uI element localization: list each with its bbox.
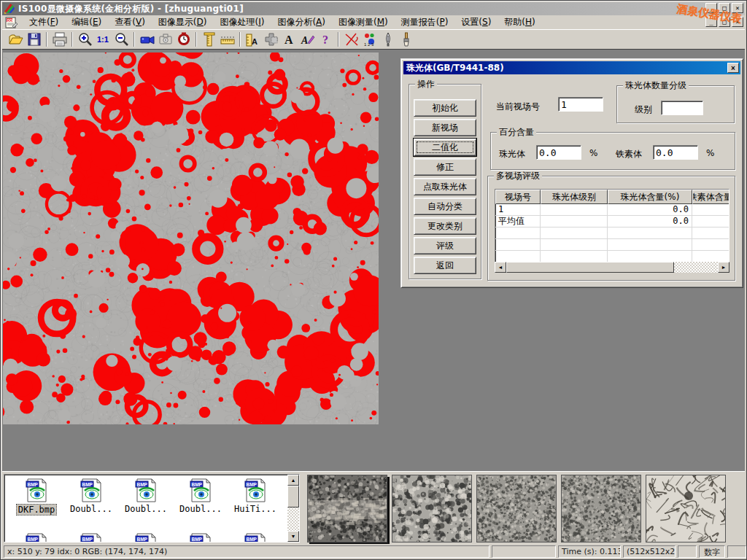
grade-input[interactable]	[661, 101, 703, 115]
file-item[interactable]: BMP	[174, 533, 227, 542]
file-item[interactable]: BMP	[120, 533, 172, 542]
mdi-restore-button[interactable]: □	[719, 17, 730, 27]
brush-icon[interactable]	[397, 31, 415, 48]
menu-image-measure[interactable]: 图像测量(M)	[332, 15, 395, 30]
thumbnail-5[interactable]	[646, 475, 726, 542]
mdi-close-button[interactable]: ×	[732, 17, 743, 27]
toolbar-separator	[71, 32, 73, 47]
close-button[interactable]: ×	[732, 3, 743, 13]
metallographic-image[interactable]	[3, 52, 379, 424]
col-field-number: 视场号	[495, 190, 541, 204]
file-item[interactable]: BMP	[229, 533, 282, 542]
svg-text:BMP: BMP	[191, 482, 202, 487]
menu-image-process[interactable]: 图像处理(I)	[213, 15, 271, 30]
scroll-up-icon[interactable]: ▲	[287, 475, 299, 486]
document-icon[interactable]: DOC	[5, 17, 18, 28]
table-row[interactable]	[495, 239, 729, 251]
ruler-icon[interactable]	[218, 31, 236, 48]
thumbnail-1[interactable]	[307, 475, 387, 542]
vscroll-thumb[interactable]	[287, 486, 299, 508]
toolbar: 1:1 A A A ? 1 2 3	[2, 29, 745, 49]
binarize-button[interactable]: 二值化	[414, 139, 476, 156]
menu-edit[interactable]: 编辑(E)	[65, 15, 108, 30]
thumbnail-2[interactable]	[392, 475, 472, 542]
file-item[interactable]: BMP Doubl...	[65, 478, 117, 514]
scroll-down-icon[interactable]: ▼	[287, 531, 299, 542]
pearlite-label: 珠光体	[499, 148, 525, 160]
file-item[interactable]: BMP	[65, 533, 117, 542]
minimize-button[interactable]: _	[705, 3, 717, 13]
menu-file[interactable]: 文件(F)	[23, 15, 65, 30]
thumbnail-3[interactable]	[476, 475, 557, 542]
video-camera-icon[interactable]	[138, 31, 156, 48]
table-row[interactable]	[495, 251, 729, 262]
grade-label: 级别	[635, 104, 652, 116]
auto-classify-button[interactable]: 自动分类	[414, 198, 476, 215]
restore-button[interactable]: □	[719, 3, 730, 13]
file-item[interactable]: BMP HuiTi...	[229, 478, 282, 514]
title-bar[interactable]: IS100显微摄像系统(金相分析版) - [zhuguangti01] _ □ …	[2, 2, 745, 15]
file-item[interactable]: BMP	[10, 533, 63, 542]
open-file-icon[interactable]	[7, 31, 25, 48]
pick-pearlite-button[interactable]: 点取珠光体	[414, 178, 476, 195]
photo-camera-icon[interactable]	[156, 31, 174, 48]
table-hscrollbar[interactable]: ◄ ►	[495, 262, 729, 273]
pearlite-dialog: 珠光体(GB/T9441-88) × 操作 初始化 新视场 二值化 修正 点取珠…	[400, 58, 743, 288]
file-name: HuiTi...	[233, 504, 278, 514]
ferrite-percent-input[interactable]	[653, 145, 698, 160]
svg-text:BMP: BMP	[191, 537, 202, 542]
rating-table[interactable]: 视场号 珠光体级别 珠光体含量(%) 铁素体含量(%) 1 0.0 平均值 0.…	[495, 189, 729, 273]
measure-label-icon[interactable]: A	[244, 31, 262, 48]
toolbar-separator	[133, 32, 135, 47]
save-icon[interactable]	[25, 31, 43, 48]
edit-text-icon[interactable]: A	[298, 31, 317, 48]
dialog-title-bar[interactable]: 珠光体(GB/T9441-88) ×	[403, 61, 740, 74]
menu-help[interactable]: 帮助(H)	[498, 15, 541, 30]
svg-text:BMP: BMP	[27, 537, 38, 542]
change-class-button[interactable]: 更改类别	[414, 217, 476, 235]
svg-text:1:1: 1:1	[97, 35, 109, 44]
menu-image-display[interactable]: 图像显示(D)	[152, 15, 214, 30]
pearlite-percent-input[interactable]	[536, 145, 581, 160]
zoom-out-icon[interactable]	[112, 31, 131, 48]
scroll-left-icon[interactable]: ◄	[495, 262, 506, 273]
current-field-input[interactable]	[558, 97, 603, 112]
svg-text:BMP: BMP	[246, 482, 257, 487]
initialize-button[interactable]: 初始化	[414, 99, 476, 117]
menu-view[interactable]: 查看(V)	[108, 15, 152, 30]
table-row[interactable]: 平均值 0.0	[495, 216, 729, 228]
new-field-button[interactable]: 新视场	[414, 119, 476, 136]
pen-icon[interactable]	[379, 31, 397, 48]
file-vscrollbar[interactable]: ▲ ▼	[287, 475, 299, 542]
curve-cut-icon[interactable]	[342, 31, 360, 48]
mdi-minimize-button[interactable]: _	[705, 17, 717, 27]
file-browser[interactable]: BMP DKF.bmp BMP Doubl... BMP Doubl... BM…	[4, 474, 300, 542]
caliper-icon[interactable]	[200, 31, 218, 48]
count-particles-icon[interactable]: 1 2 3	[360, 31, 379, 48]
table-row[interactable]: 1 0.0	[495, 204, 729, 216]
correct-button[interactable]: 修正	[414, 158, 476, 176]
zoom-1to1-icon[interactable]: 1:1	[94, 31, 112, 48]
menu-image-analysis[interactable]: 图像分析(A)	[271, 15, 332, 30]
print-icon[interactable]	[50, 31, 69, 48]
return-button[interactable]: 返回	[414, 257, 476, 274]
hscroll-thumb[interactable]	[506, 262, 674, 273]
scroll-right-icon[interactable]: ►	[718, 262, 729, 273]
menu-measure-report[interactable]: 测量报告(P)	[395, 15, 455, 30]
file-name: Doubl...	[69, 504, 114, 514]
app-window: IS100显微摄像系统(金相分析版) - [zhuguangti01] _ □ …	[0, 0, 747, 560]
menu-settings[interactable]: 设置(S)	[454, 15, 498, 30]
rate-button[interactable]: 评级	[414, 237, 476, 254]
file-item[interactable]: BMP Doubl...	[120, 478, 172, 514]
zoom-in-icon[interactable]	[76, 31, 94, 48]
cell-ferrite	[692, 204, 729, 215]
timer-icon[interactable]	[174, 31, 193, 48]
thumbnail-4[interactable]	[561, 475, 641, 542]
dialog-close-icon[interactable]: ×	[727, 63, 739, 73]
file-item[interactable]: BMP DKF.bmp	[10, 478, 63, 516]
text-icon[interactable]: A	[280, 31, 298, 48]
table-row[interactable]	[495, 228, 729, 239]
merge-cross-icon[interactable]	[262, 31, 280, 48]
help-icon[interactable]: ?	[317, 31, 335, 48]
file-item[interactable]: BMP Doubl...	[174, 478, 227, 514]
